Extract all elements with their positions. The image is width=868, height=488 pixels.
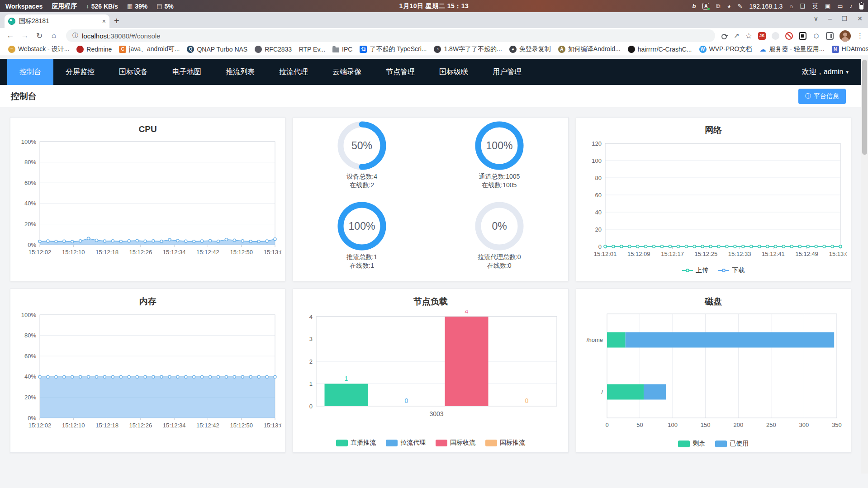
platform-info-button[interactable]: ⓘ 平台信息	[798, 89, 846, 104]
bookmark-item[interactable]: ◔1.8W字了了不起的...	[431, 44, 504, 54]
panel-counters: 50%设备总数:4在线数:2100%通道总数:1005在线数:1005100%推…	[293, 117, 568, 281]
bookmark-item[interactable]: Cjava、android可...	[116, 44, 182, 54]
memory-usage-indicator[interactable]: ▤ 5%	[157, 3, 174, 10]
tab-close-icon[interactable]: ×	[102, 18, 106, 25]
profile-avatar[interactable]	[840, 30, 851, 42]
window-switcher-icon[interactable]: ❑	[800, 3, 805, 9]
bookmark-item[interactable]: A如何编译Android...	[555, 44, 623, 54]
site-info-icon[interactable]: ⓘ	[72, 32, 78, 40]
nav-tab-10[interactable]: 用户管理	[480, 59, 534, 85]
scrollbar-thumb[interactable]	[862, 60, 867, 155]
window-minimize-button[interactable]: –	[828, 15, 832, 22]
bing-wallpaper-icon[interactable]: b	[692, 3, 696, 9]
share-icon[interactable]: ↗	[734, 32, 740, 40]
cloud-icon: ☁	[759, 46, 766, 53]
svg-text:20: 20	[595, 226, 602, 233]
browser-menu-icon[interactable]: ⋮	[857, 32, 863, 40]
extension-blocker-icon[interactable]	[785, 32, 793, 40]
page-scrollbar[interactable]	[861, 59, 868, 474]
nav-tab-9[interactable]: 国标级联	[427, 59, 480, 85]
nav-tab-6[interactable]: 拉流代理	[267, 59, 320, 85]
screenshot-tool-icon[interactable]: A	[702, 3, 709, 9]
bookmark-item[interactable]: Redmine	[74, 45, 114, 54]
svg-text:15:12:18: 15:12:18	[95, 249, 119, 256]
legend-item[interactable]: 拉流代理	[386, 439, 426, 447]
bookmark-label: java、android可...	[129, 45, 180, 53]
legend-item[interactable]: 直播推流	[336, 439, 376, 447]
legend-item[interactable]: 国标推流	[485, 439, 525, 447]
legend-item[interactable]: 上传	[682, 266, 708, 275]
ip-address-indicator[interactable]: 192.168.1.3	[749, 3, 783, 10]
nav-tab-2[interactable]: 分屏监控	[53, 59, 107, 85]
panel-cpu: CPU 0%20%40%60%80%100%15:12:0215:12:1015…	[10, 117, 285, 281]
svg-text:100%: 100%	[349, 220, 375, 232]
browser-tab[interactable]: 国标28181 ×	[5, 14, 109, 28]
legend-item[interactable]: 剩余	[678, 440, 705, 448]
svg-text:60%: 60%	[24, 180, 36, 186]
bookmark-item[interactable]: hairrrrr/C-CrashC...	[625, 45, 695, 54]
bookmark-item[interactable]: ◕免登录复制	[507, 44, 554, 54]
legend-item[interactable]: 已使用	[715, 440, 749, 448]
nav-tab-4[interactable]: 电子地图	[160, 59, 213, 85]
user-menu[interactable]: 欢迎，admin ▾	[802, 67, 861, 77]
download-icon: ↓	[86, 3, 89, 9]
tab-search-chevron-icon[interactable]: ∨	[814, 15, 818, 22]
bookmark-item[interactable]: WWVP-PRO文档	[697, 44, 755, 54]
tablet-icon[interactable]: ▣	[825, 3, 830, 9]
svg-text:40%: 40%	[24, 200, 36, 207]
nav-tab-7[interactable]: 云端录像	[320, 59, 374, 85]
back-button[interactable]: ←	[5, 30, 16, 42]
svg-text:15:12:17: 15:12:17	[661, 251, 684, 257]
legend-item[interactable]: 下载	[718, 266, 745, 275]
input-method-indicator[interactable]: 英	[812, 2, 818, 10]
counter-donut: 50%设备总数:4在线数:2	[293, 120, 431, 201]
extensions-puzzle-icon[interactable]: ⬡	[812, 32, 820, 40]
battery-icon[interactable]	[859, 3, 863, 9]
clock[interactable]: 1月10日 星期二 15：13	[399, 2, 469, 10]
password-manager-icon[interactable]	[721, 34, 728, 38]
bookmark-item[interactable]: RFC2833 – RTP Ev...	[252, 45, 328, 54]
nav-tab-5[interactable]: 推流列表	[213, 59, 267, 85]
extension-dark-icon[interactable]	[799, 32, 806, 40]
panel-network: 网络 02040608010012015:12:0115:12:0915:12:…	[576, 117, 851, 281]
nav-tab-8[interactable]: 节点管理	[374, 59, 427, 85]
bookmark-item[interactable]: 知了不起的 TypeScri...	[357, 44, 429, 54]
new-tab-button[interactable]: +	[114, 16, 119, 26]
nav-tab-3[interactable]: 国标设备	[107, 59, 160, 85]
forward-button[interactable]: →	[19, 30, 31, 42]
app-indicator-icon[interactable]: ◕	[727, 3, 731, 9]
clipboard-icon[interactable]: ⧉	[716, 3, 720, 10]
reload-button[interactable]: ↻	[33, 30, 45, 42]
window-restore-button[interactable]: ❐	[842, 15, 848, 22]
display-icon[interactable]: ▭	[837, 3, 843, 9]
bookmark-item[interactable]: QQNAP Turbo NAS	[184, 45, 250, 54]
bookmark-item[interactable]: IPC	[330, 45, 355, 54]
nav-tab-1[interactable]: 控制台	[7, 59, 53, 85]
chart-legend: 剩余已使用	[580, 440, 847, 448]
network-speed-indicator[interactable]: ↓ 526 KB/s	[86, 3, 118, 10]
cpu-usage-indicator[interactable]: ▦ 39%	[127, 3, 147, 10]
legend-swatch	[336, 440, 348, 446]
extension-js-icon[interactable]: JS	[758, 32, 766, 40]
svg-text:/: /	[602, 389, 603, 395]
svg-text:15:13:01: 15:13:01	[263, 422, 281, 429]
volume-icon[interactable]: ♪	[850, 3, 853, 9]
address-bar[interactable]: ⓘ localhost:38080/#/console	[66, 29, 715, 42]
dashboard-grid: CPU 0%20%40%60%80%100%15:12:0215:12:1015…	[0, 107, 861, 474]
bookmark-item[interactable]: ☁服务器 - 轻量应用...	[756, 44, 827, 54]
bookmark-star-icon[interactable]: ☆	[745, 31, 752, 41]
bookmark-item[interactable]: ≡Webstack - 设计...	[5, 44, 72, 54]
legend-item[interactable]: 国标收流	[436, 439, 475, 447]
side-panel-icon[interactable]	[826, 32, 834, 40]
applications-menu[interactable]: 应用程序	[52, 2, 77, 10]
window-close-button[interactable]: ✕	[857, 15, 863, 22]
globe-icon: ◔	[434, 46, 441, 53]
home-indicator-icon[interactable]: ⌂	[789, 3, 793, 9]
workspaces-button[interactable]: Workspaces	[5, 3, 43, 10]
extension-icon[interactable]	[772, 32, 779, 40]
pen-tool-icon[interactable]: ✎	[738, 3, 743, 9]
svg-text:50%: 50%	[351, 140, 372, 152]
legend-swatch	[436, 440, 447, 446]
browser-home-button[interactable]: ⌂	[48, 30, 60, 42]
bookmark-item[interactable]: NHDAtmos :: 种子 *...	[829, 44, 868, 54]
